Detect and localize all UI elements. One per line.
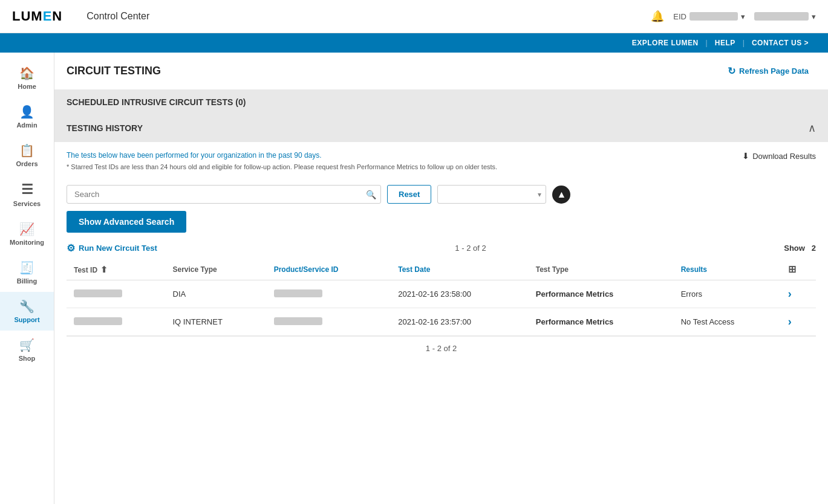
cell-test-date-2: 2021-02-16 23:57:00 [391, 308, 529, 336]
support-icon: 🔧 [19, 299, 34, 314]
sidebar-item-monitoring[interactable]: 📈 Monitoring [0, 215, 54, 253]
info-download-row: The tests below have been performed for … [67, 151, 816, 179]
eid-selector[interactable]: EID ▾ [673, 12, 745, 21]
row-chevron-right-icon-1[interactable]: › [788, 288, 792, 300]
sidebar: 🏠 Home 👤 Admin 📋 Orders ☰ Services 📈 Mon… [0, 53, 54, 504]
table-body: DIA 2021-02-16 23:58:00 Performance Metr… [67, 280, 816, 336]
user-chevron-icon: ▾ [812, 12, 816, 21]
cell-service-type-1: DIA [166, 280, 267, 308]
user-selector[interactable]: ▾ [754, 12, 816, 21]
dropdown-select[interactable] [437, 185, 546, 204]
upload-button[interactable]: ▲ [552, 186, 570, 204]
table-layout-icon[interactable]: ⊞ [788, 264, 796, 274]
help-link[interactable]: HELP [708, 39, 743, 47]
col-header-test-date[interactable]: Test Date [391, 259, 529, 280]
download-icon: ⬇ [742, 151, 749, 161]
page-header: CIRCUIT TESTING ↻ Refresh Page Data [54, 53, 828, 90]
run-test-label: Run New Circuit Test [79, 244, 157, 253]
sidebar-item-shop[interactable]: 🛒 Shop [0, 331, 54, 369]
main-layout: 🏠 Home 👤 Admin 📋 Orders ☰ Services 📈 Mon… [0, 53, 828, 504]
testing-history-chevron-icon: ∧ [808, 121, 816, 135]
scheduled-section-header[interactable]: SCHEDULED INTRUSIVE CIRCUIT TESTS (0) [54, 90, 828, 114]
search-input-wrap: 🔍 [67, 185, 381, 204]
cell-test-type-2: Performance Metrics [529, 308, 674, 336]
run-test-row: ⚙ Run New Circuit Test 1 - 2 of 2 Show 2 [67, 242, 816, 254]
refresh-label: Refresh Page Data [739, 66, 809, 76]
reset-button[interactable]: Reset [387, 185, 431, 204]
bell-icon[interactable]: 🔔 [651, 10, 664, 23]
cell-product-id-2 [267, 308, 391, 336]
sidebar-item-support[interactable]: 🔧 Support [0, 292, 54, 331]
test-id-blurred-2 [74, 317, 122, 325]
contact-us-link[interactable]: CONTACT US > [745, 39, 816, 47]
orders-icon: 📋 [19, 143, 34, 158]
col-header-results[interactable]: Results [674, 259, 781, 280]
services-icon: ☰ [21, 182, 33, 198]
show-advanced-search-button[interactable]: Show Advanced Search [67, 211, 186, 233]
cell-action-1[interactable]: › [781, 280, 816, 308]
search-icon-button[interactable]: 🔍 [366, 190, 376, 199]
info-text: The tests below have been performed for … [67, 151, 742, 160]
info-left: The tests below have been performed for … [67, 151, 742, 179]
show-count-label: Show 2 [784, 244, 816, 253]
testing-history-body: The tests below have been performed for … [54, 142, 828, 369]
upload-icon: ▲ [557, 189, 567, 200]
logo: LUMEN Control Center [12, 8, 149, 24]
top-header: LUMEN Control Center 🔔 EID ▾ ▾ [0, 0, 828, 33]
logo-text: LUMEN [12, 8, 62, 24]
product-id-blurred-1 [274, 289, 322, 297]
sidebar-item-orders[interactable]: 📋 Orders [0, 136, 54, 175]
page-title: CIRCUIT TESTING [67, 65, 161, 77]
eid-chevron-icon: ▾ [741, 12, 745, 21]
col-label-service-type: Service Type [173, 265, 217, 274]
sidebar-item-support-label: Support [14, 316, 39, 323]
search-input[interactable] [67, 185, 381, 204]
product-id-blurred-2 [274, 317, 322, 325]
cell-results-1: Errors [674, 280, 781, 308]
cell-test-id-1 [67, 280, 166, 308]
sidebar-item-admin[interactable]: 👤 Admin [0, 97, 54, 136]
refresh-page-data-button[interactable]: ↻ Refresh Page Data [720, 62, 816, 80]
content-area: CIRCUIT TESTING ↻ Refresh Page Data SCHE… [54, 53, 828, 504]
run-new-circuit-test-link[interactable]: ⚙ Run New Circuit Test [67, 242, 157, 254]
col-header-table-icon: ⊞ [781, 259, 816, 280]
search-row: 🔍 Reset ▾ ▲ [67, 185, 816, 204]
admin-icon: 👤 [19, 105, 34, 119]
col-label-product-id: Product/Service ID [274, 265, 339, 274]
row-chevron-right-icon-2[interactable]: › [788, 315, 792, 328]
testing-history-section-header[interactable]: TESTING HISTORY ∧ [54, 114, 828, 142]
download-results-button[interactable]: ⬇ Download Results [742, 151, 816, 161]
user-value [754, 12, 809, 21]
col-header-test-id: Test ID ⬆ [67, 259, 166, 280]
col-label-test-id: Test ID [74, 266, 97, 274]
table-row: IQ INTERNET 2021-02-16 23:57:00 Performa… [67, 308, 816, 336]
shop-icon: 🛒 [19, 338, 34, 352]
sidebar-item-home[interactable]: 🏠 Home [0, 59, 54, 97]
show-number: 2 [812, 244, 816, 253]
refresh-icon: ↻ [728, 65, 735, 77]
gear-icon: ⚙ [67, 242, 75, 254]
dropdown-select-wrap: ▾ [437, 185, 546, 204]
cell-action-2[interactable]: › [781, 308, 816, 336]
top-pagination: 1 - 2 of 2 [455, 244, 486, 253]
eid-value [689, 12, 738, 21]
cell-test-id-2 [67, 308, 166, 336]
explore-lumen-link[interactable]: EXPLORE LUMEN [625, 39, 706, 47]
sidebar-item-home-label: Home [18, 83, 36, 90]
show-label: Show [784, 244, 805, 253]
table-row: DIA 2021-02-16 23:58:00 Performance Metr… [67, 280, 816, 308]
col-label-test-type: Test Type [536, 265, 569, 274]
col-label-results: Results [681, 265, 707, 274]
eid-label: EID [673, 12, 686, 21]
sidebar-item-services-label: Services [13, 200, 41, 207]
cell-test-date-1: 2021-02-16 23:58:00 [391, 280, 529, 308]
header-right: 🔔 EID ▾ ▾ [651, 10, 816, 23]
col-header-service-type: Service Type [166, 259, 267, 280]
sidebar-item-billing[interactable]: 🧾 Billing [0, 253, 54, 292]
info-subtext: * Starred Test IDs are less than 24 hour… [67, 163, 742, 170]
col-header-product-id[interactable]: Product/Service ID [267, 259, 391, 280]
results-table: Test ID ⬆ Service Type Product/Service I… [67, 259, 816, 336]
col-header-test-type: Test Type [529, 259, 674, 280]
sidebar-item-services[interactable]: ☰ Services [0, 175, 54, 215]
test-id-sort-icon[interactable]: ⬆ [100, 265, 108, 274]
